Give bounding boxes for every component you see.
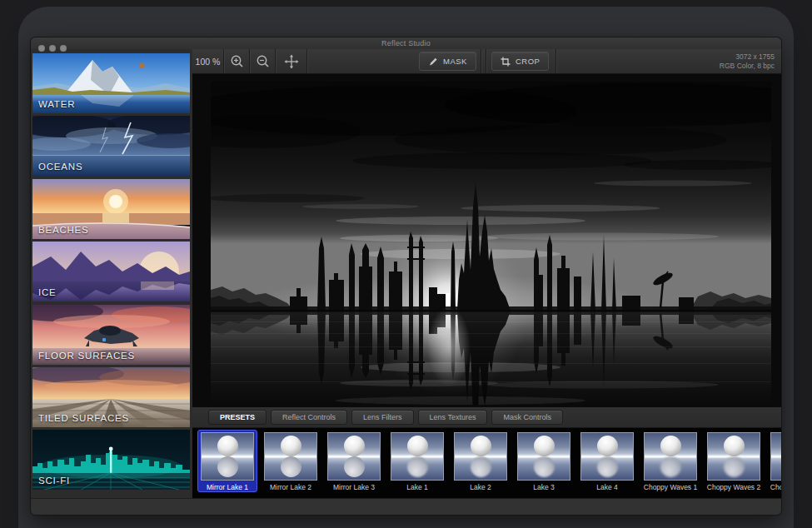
preset-lake-3[interactable]: Lake 3: [514, 430, 574, 492]
city-reflection-image: [211, 82, 771, 406]
preset-thumbnail: [517, 432, 570, 481]
preset-label: Mirror Lake 3: [333, 483, 375, 491]
tab-mask-controls[interactable]: Mask Controls: [491, 410, 563, 425]
zoom-button[interactable]: [60, 45, 67, 52]
sphere-reflection-graphic: [281, 456, 301, 477]
sphere-reflection-graphic: [344, 456, 365, 477]
sphere-graphic: [597, 436, 618, 456]
tab-label: PRESETS: [220, 413, 255, 421]
sphere-reflection-graphic: [534, 456, 555, 477]
preset-label: Lake 3: [533, 483, 555, 491]
preset-thumbnail: [327, 432, 381, 481]
crop-icon: [501, 57, 511, 67]
traffic-lights: [38, 45, 67, 52]
tab-lens-filters[interactable]: Lens Filters: [351, 410, 414, 425]
preset-label: Choppy Waves 3: [770, 483, 781, 491]
sphere-reflection-graphic: [724, 456, 745, 477]
preset-mirror-lake-1[interactable]: Mirror Lake 1: [197, 430, 257, 492]
titlebar[interactable]: Reflect Studio: [31, 37, 781, 50]
preset-thumbnail: [201, 432, 254, 481]
sidebar-item-floor-surfaces[interactable]: FLOOR SURFACES: [32, 305, 190, 365]
preset-thumbnail: [770, 432, 781, 481]
sphere-reflection-graphic: [597, 456, 618, 477]
crop-button[interactable]: CROP: [491, 52, 549, 71]
preset-label: Choppy Waves 1: [644, 483, 697, 491]
preset-choppy-waves-1[interactable]: Choppy Waves 1: [640, 430, 700, 492]
toolbar-divider: [481, 49, 481, 73]
preset-choppy-waves-2[interactable]: Choppy Waves 2: [704, 430, 764, 492]
preset-label: Choppy Waves 2: [707, 483, 760, 491]
image-info: 3072 x 1755 RGB Color, 8 bpc: [556, 52, 781, 71]
magnifier-plus-icon: [230, 54, 244, 68]
preset-lake-1[interactable]: Lake 1: [387, 430, 447, 492]
sphere-graphic: [344, 436, 365, 456]
sphere-graphic: [217, 436, 238, 456]
tab-lens-textures[interactable]: Lens Textures: [418, 410, 488, 425]
category-sidebar: WATER: [31, 49, 192, 498]
preset-label: Lake 2: [470, 483, 491, 491]
window-footer: [31, 498, 781, 515]
sphere-graphic: [534, 436, 555, 456]
sphere-graphic: [407, 436, 428, 456]
sidebar-item-label: BEACHES: [38, 225, 89, 235]
tab-label: Lens Filters: [363, 413, 402, 421]
crop-button-label: CROP: [516, 57, 540, 66]
preset-thumbnail: [707, 432, 760, 481]
move-tool-button[interactable]: [276, 54, 306, 69]
preset-choppy-waves-3[interactable]: Choppy Waves 3: [767, 430, 781, 492]
sphere-graphic: [724, 436, 745, 456]
mask-button-label: MASK: [443, 57, 467, 66]
tab-presets[interactable]: PRESETS: [208, 410, 267, 425]
canvas-area[interactable]: [192, 74, 781, 407]
toolbar: 100 %: [192, 49, 781, 74]
sphere-graphic: [471, 436, 491, 456]
sidebar-item-label: TILED SURFACES: [38, 413, 129, 423]
preset-lake-2[interactable]: Lake 2: [451, 430, 511, 492]
tab-label: Mask Controls: [503, 413, 551, 421]
preset-thumbnail: [391, 432, 444, 481]
window-title: Reflect Studio: [31, 39, 781, 47]
zoom-in-button[interactable]: [224, 54, 249, 68]
preset-thumbnail: [454, 432, 507, 481]
tab-label: Reflect Controls: [282, 413, 336, 421]
tab-label: Lens Textures: [430, 413, 476, 421]
sidebar-item-label: FLOOR SURFACES: [38, 351, 135, 361]
sidebar-item-sci-fi[interactable]: SCI-FI: [32, 430, 190, 490]
sidebar-item-water[interactable]: WATER: [32, 53, 190, 113]
sphere-reflection-graphic: [217, 456, 238, 477]
preset-mirror-lake-2[interactable]: Mirror Lake 2: [261, 430, 321, 492]
brush-icon: [428, 57, 438, 67]
sidebar-item-label: ICE: [38, 287, 57, 297]
preset-thumbnail: [644, 432, 697, 481]
preset-strip: Mirror Lake 1 Mirror Lake 2 Mirror Lake …: [192, 427, 781, 498]
preset-thumbnail: [580, 432, 634, 481]
sidebar-item-label: WATER: [38, 99, 75, 109]
minimize-button[interactable]: [49, 45, 56, 52]
preset-label: Mirror Lake 1: [207, 483, 248, 491]
preset-lake-4[interactable]: Lake 4: [577, 430, 637, 492]
preset-mirror-lake-3[interactable]: Mirror Lake 3: [324, 430, 384, 492]
image-dimensions: 3072 x 1755: [556, 52, 775, 62]
sidebar-item-ice[interactable]: ICE: [32, 242, 190, 301]
sidebar-item-tiled-surfaces[interactable]: TILED SURFACES: [32, 367, 190, 427]
sphere-graphic: [660, 436, 681, 456]
four-way-arrows-icon: [284, 54, 299, 69]
close-button[interactable]: [38, 45, 45, 52]
zoom-level-readout[interactable]: 100 %: [192, 57, 223, 67]
toolbar-divider: [306, 49, 307, 73]
sidebar-item-oceans[interactable]: OCEANS: [32, 116, 190, 176]
preset-label: Lake 1: [406, 483, 428, 491]
preset-thumbnail: [264, 432, 317, 481]
control-tabs: PRESETSReflect ControlsLens FiltersLens …: [192, 407, 781, 427]
app-window: Reflect Studio: [30, 37, 782, 516]
toolbar-divider: [486, 49, 486, 73]
monitor-screen: Reflect Studio: [18, 7, 794, 528]
zoom-out-button[interactable]: [250, 54, 275, 68]
mask-button[interactable]: MASK: [419, 52, 476, 71]
sphere-reflection-graphic: [471, 456, 491, 477]
sphere-reflection-graphic: [407, 456, 428, 477]
sidebar-item-beaches[interactable]: BEACHES: [32, 179, 190, 239]
tab-reflect-controls[interactable]: Reflect Controls: [271, 410, 347, 425]
preset-label: Lake 4: [596, 483, 618, 491]
canvas-image[interactable]: [211, 82, 771, 406]
